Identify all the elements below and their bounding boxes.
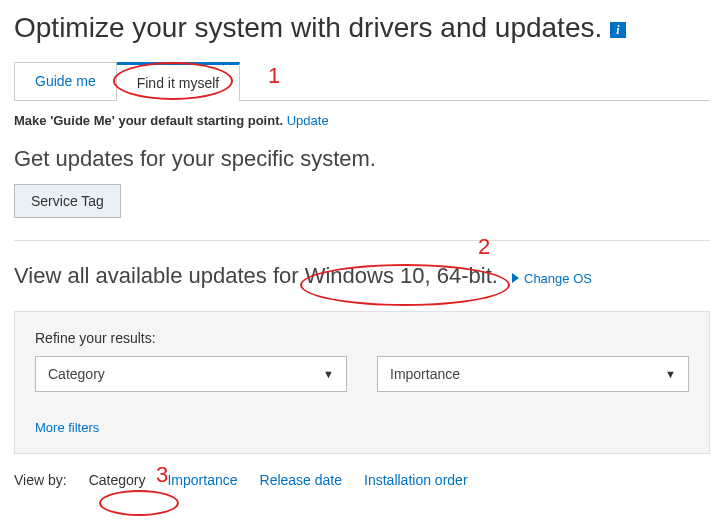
view-by-row: View by: Category Importance Release dat… — [14, 472, 710, 488]
update-link[interactable]: Update — [287, 113, 329, 128]
view-by-category[interactable]: Category — [89, 472, 146, 488]
tabs: Guide me Find it myself — [14, 62, 710, 100]
annotation-circle-3 — [99, 490, 179, 516]
annotation-number-2: 2 — [478, 234, 490, 260]
updates-heading-os: Windows 10, 64-bit. — [305, 263, 498, 288]
divider — [14, 240, 710, 241]
updates-heading: View all available updates for Windows 1… — [14, 263, 504, 288]
tab-find-it-myself[interactable]: Find it myself — [117, 62, 240, 101]
default-note-prefix: Make 'Guide Me' your default starting po… — [14, 113, 287, 128]
change-os-link[interactable]: Change OS — [512, 271, 592, 286]
selects-row: Category ▼ Importance ▼ — [35, 356, 689, 392]
importance-select[interactable]: Importance ▼ — [377, 356, 689, 392]
page-title: Optimize your system with drivers and up… — [14, 12, 710, 44]
view-by-importance[interactable]: Importance — [167, 472, 237, 488]
updates-heading-row: View all available updates for Windows 1… — [14, 263, 710, 289]
refine-panel: Refine your results: Category ▼ Importan… — [14, 311, 710, 454]
change-os-text: Change OS — [524, 271, 592, 286]
view-by-installation-order[interactable]: Installation order — [364, 472, 468, 488]
category-select-value: Category — [48, 366, 105, 382]
category-select[interactable]: Category ▼ — [35, 356, 347, 392]
get-updates-heading: Get updates for your specific system. — [14, 146, 710, 172]
more-filters-link[interactable]: More filters — [35, 420, 689, 435]
tabs-container: Guide me Find it myself — [14, 62, 710, 101]
view-by-release-date[interactable]: Release date — [260, 472, 343, 488]
refine-label: Refine your results: — [35, 330, 689, 346]
updates-heading-prefix: View all available updates for — [14, 263, 305, 288]
tab-guide-me[interactable]: Guide me — [14, 62, 117, 100]
chevron-down-icon: ▼ — [323, 368, 334, 380]
view-by-label: View by: — [14, 472, 67, 488]
info-icon[interactable]: i — [610, 22, 626, 38]
annotation-number-3: 3 — [156, 462, 168, 488]
service-tag-button[interactable]: Service Tag — [14, 184, 121, 218]
page-title-text: Optimize your system with drivers and up… — [14, 12, 602, 43]
chevron-down-icon: ▼ — [665, 368, 676, 380]
default-starting-point-text: Make 'Guide Me' your default starting po… — [14, 113, 710, 128]
triangle-right-icon — [512, 273, 519, 283]
annotation-number-1: 1 — [268, 63, 280, 89]
importance-select-value: Importance — [390, 366, 460, 382]
